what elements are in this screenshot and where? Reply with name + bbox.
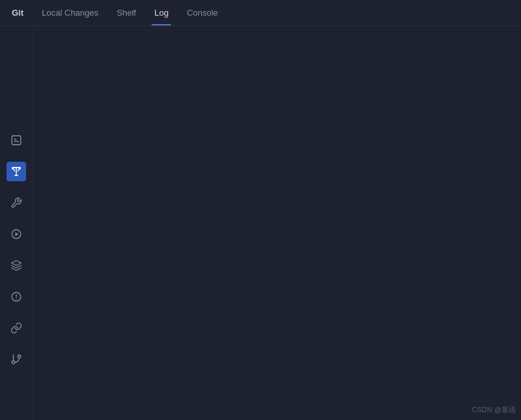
app-container: Git Local Changes Shelf Log Console <box>0 0 521 420</box>
tab-shelf[interactable]: Shelf <box>108 0 146 25</box>
watermark: CSDN @慕迅 <box>472 405 516 415</box>
git-branch-icon[interactable] <box>7 350 26 369</box>
content-area <box>33 26 521 420</box>
sidebar <box>0 26 33 420</box>
svg-marker-6 <box>11 261 21 266</box>
layers-icon[interactable] <box>7 256 26 275</box>
tab-bar: Git Local Changes Shelf Log Console <box>0 0 521 26</box>
build-icon[interactable] <box>7 193 26 213</box>
svg-marker-5 <box>15 232 18 236</box>
alert-icon[interactable] <box>7 287 26 307</box>
run-icon[interactable] <box>7 224 26 244</box>
tab-git[interactable]: Git <box>7 0 33 25</box>
vcs-icon[interactable] <box>7 162 26 181</box>
tab-log[interactable]: Log <box>145 0 178 25</box>
terminal-icon[interactable] <box>7 130 26 150</box>
main-area <box>0 26 521 420</box>
tab-console[interactable]: Console <box>178 0 227 25</box>
link-icon[interactable] <box>7 318 26 338</box>
tab-local-changes[interactable]: Local Changes <box>33 0 108 25</box>
